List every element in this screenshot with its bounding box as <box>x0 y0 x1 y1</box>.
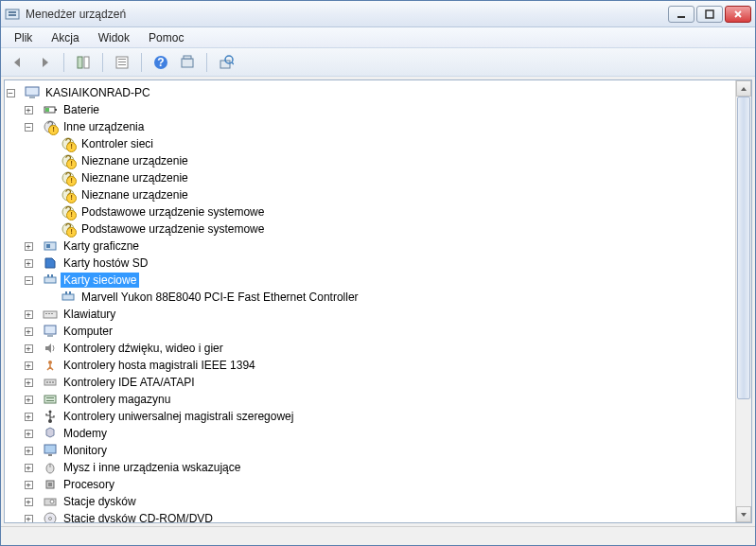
svg-text:?: ? <box>157 56 164 69</box>
expand-icon[interactable]: + <box>23 361 34 372</box>
tree-category-sound-controllers[interactable]: + Kontrolery dźwięku, wideo i gier <box>5 340 735 357</box>
scroll-down-button[interactable] <box>736 506 751 522</box>
processor-icon <box>43 477 58 492</box>
unknown-device-icon: ? <box>61 153 76 168</box>
computer-icon <box>43 324 58 339</box>
menu-view[interactable]: Widok <box>89 27 139 47</box>
back-button[interactable] <box>7 51 29 74</box>
selected-item: Karty sieciowe <box>61 273 139 288</box>
scan-hardware-button[interactable] <box>176 51 199 74</box>
tree-item-base-system-device[interactable]: ? Podstawowe urządzenie systemowe <box>5 203 735 220</box>
tree-category-keyboards[interactable]: + Klawiatury <box>5 306 735 323</box>
collapse-icon[interactable]: − <box>5 88 16 99</box>
tree-category-sd-host[interactable]: + Karty hostów SD <box>5 255 735 272</box>
svg-point-67 <box>50 500 54 503</box>
menubar: Plik Akcja Widok Pomoc <box>1 27 755 48</box>
tree-category-disk-drives[interactable]: + Stacje dysków <box>5 493 735 510</box>
tree-category-network-adapters[interactable]: − Karty sieciowe <box>5 272 735 289</box>
expand-icon[interactable]: + <box>23 412 34 423</box>
vertical-scrollbar[interactable] <box>735 80 751 522</box>
tree-category-cdrom[interactable]: + Stacje dysków CD-ROM/DVD <box>5 510 735 522</box>
keyboard-icon <box>43 307 58 322</box>
expand-icon[interactable]: + <box>23 463 34 474</box>
help-button[interactable]: ? <box>149 51 172 74</box>
device-manager-window: Menedżer urządzeń Plik Akcja Widok Pomoc… <box>0 0 756 546</box>
menu-action[interactable]: Akcja <box>42 27 88 47</box>
svg-rect-4 <box>706 10 713 18</box>
tree-category-usb[interactable]: + Kontrolery uniwersalnej magistrali sze… <box>5 408 735 425</box>
scrollbar-thumb[interactable] <box>737 97 750 399</box>
tree-item-unknown-device[interactable]: ? Nieznane urządzenie <box>5 152 735 169</box>
titlebar[interactable]: Menedżer urządzeń <box>1 1 755 27</box>
scroll-up-button[interactable] <box>736 80 751 97</box>
expand-icon[interactable]: + <box>23 429 34 440</box>
svg-rect-38 <box>44 277 56 283</box>
tree-category-other-devices[interactable]: − ? Inne urządzenia <box>5 118 735 135</box>
tree-category-monitors[interactable]: + Monitory <box>5 442 735 459</box>
tree-category-computer[interactable]: + Komputer <box>5 323 735 340</box>
expand-icon[interactable]: + <box>23 309 34 321</box>
tree-item-base-system-device[interactable]: ? Podstawowe urządzenie systemowe <box>5 220 735 238</box>
network-adapter-icon <box>43 273 58 288</box>
properties-button[interactable] <box>111 51 133 74</box>
modem-icon <box>43 426 58 441</box>
svg-rect-2 <box>9 14 16 16</box>
expand-icon[interactable]: + <box>23 258 34 270</box>
tree-item-marvell-ethernet[interactable]: Marvell Yukon 88E8040 PCI-E Fast Etherne… <box>5 289 735 306</box>
mouse-icon <box>43 460 58 475</box>
svg-text:?: ? <box>65 170 72 184</box>
app-icon <box>5 7 20 22</box>
tree-category-display-adapters[interactable]: + Karty graficzne <box>5 238 735 255</box>
update-driver-button[interactable] <box>215 51 237 74</box>
expand-icon[interactable]: + <box>23 326 34 338</box>
svg-point-53 <box>49 381 51 383</box>
firewire-icon <box>43 358 58 373</box>
unknown-device-icon: ? <box>61 170 76 185</box>
unknown-device-icon: ? <box>61 204 76 220</box>
menu-file[interactable]: Plik <box>5 27 42 47</box>
svg-rect-46 <box>48 313 50 314</box>
svg-rect-20 <box>55 109 57 111</box>
expand-icon[interactable]: + <box>23 241 34 253</box>
tree-category-mice[interactable]: + Mysz i inne urządzenia wskazujące <box>5 459 735 476</box>
svg-rect-39 <box>47 274 49 277</box>
unknown-device-icon: ? <box>61 187 76 203</box>
menu-help[interactable]: Pomoc <box>139 27 193 47</box>
expand-icon[interactable]: + <box>23 446 34 457</box>
device-tree[interactable]: − KASIAIKONRAD-PC + Baterie − ? Inne urz… <box>5 80 735 522</box>
collapse-icon[interactable]: − <box>23 275 34 287</box>
usb-icon <box>43 409 58 424</box>
tree-category-processors[interactable]: + Procesory <box>5 476 735 493</box>
expand-icon[interactable]: + <box>23 514 34 523</box>
tree-item-unknown-device[interactable]: ? Nieznane urządzenie <box>5 169 735 186</box>
close-button[interactable] <box>725 6 751 23</box>
tree-category-ieee1394[interactable]: + Kontrolery hosta magistrali IEEE 1394 <box>5 357 735 374</box>
window-title: Menedżer urządzeń <box>26 8 668 21</box>
tree-root[interactable]: − KASIAIKONRAD-PC <box>5 84 735 101</box>
svg-rect-5 <box>78 57 82 68</box>
svg-rect-6 <box>84 57 89 68</box>
expand-icon[interactable]: + <box>23 480 34 491</box>
expand-icon[interactable]: + <box>23 378 34 389</box>
svg-rect-56 <box>46 397 54 398</box>
expand-icon[interactable]: + <box>23 343 34 355</box>
svg-rect-57 <box>46 400 54 401</box>
tree-category-ide[interactable]: + Kontrolery IDE ATA/ATAPI <box>5 374 735 391</box>
tree-item-unknown-device[interactable]: ? Nieznane urządzenie <box>5 186 735 203</box>
expand-icon[interactable]: + <box>23 497 34 508</box>
expand-icon[interactable]: + <box>23 395 34 406</box>
disk-drive-icon <box>43 494 58 509</box>
maximize-button[interactable] <box>696 6 723 23</box>
svg-rect-48 <box>44 326 56 334</box>
tree-item-network-controller[interactable]: ? Kontroler sieci <box>5 135 735 152</box>
expand-icon[interactable]: + <box>23 105 34 116</box>
tree-category-storage-controllers[interactable]: + Kontrolery magazynu <box>5 391 735 408</box>
svg-text:?: ? <box>65 136 72 150</box>
tree-category-batteries[interactable]: + Baterie <box>5 101 735 118</box>
show-hide-tree-button[interactable] <box>72 51 95 74</box>
tree-category-modems[interactable]: + Modemy <box>5 425 735 442</box>
forward-button[interactable] <box>33 51 56 74</box>
svg-point-50 <box>48 361 52 364</box>
collapse-icon[interactable]: − <box>23 122 34 133</box>
minimize-button[interactable] <box>668 6 694 23</box>
